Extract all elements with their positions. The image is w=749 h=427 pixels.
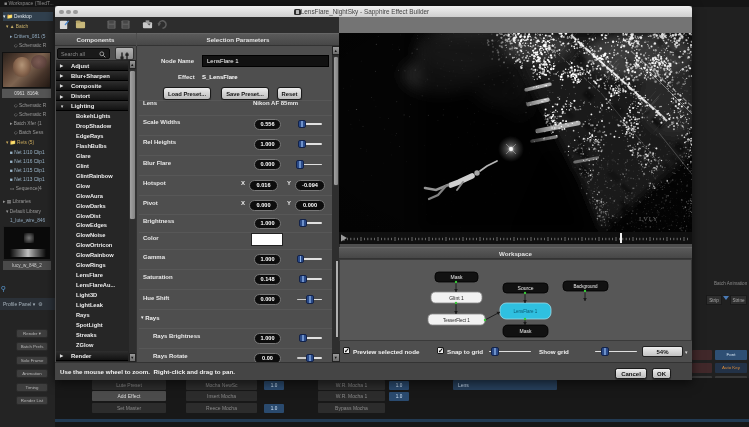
svg-text:LensFlare 1: LensFlare 1 [514,309,538,314]
svg-text:TesserFlect 1: TesserFlect 1 [443,318,470,323]
svg-text:Glint 1: Glint 1 [449,295,464,301]
svg-text:Mask: Mask [451,274,463,280]
svg-text:Mask: Mask [520,328,532,334]
svg-text:Source: Source [518,285,534,291]
svg-text:Background: Background [573,284,598,289]
